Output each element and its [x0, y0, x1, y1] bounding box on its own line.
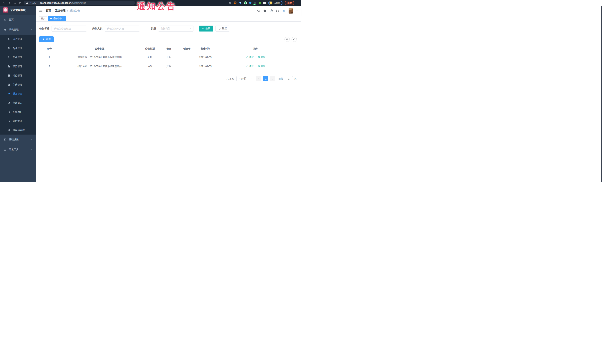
table-toolbar: 新增 — [39, 36, 297, 42]
tag-home[interactable]: 首页 — [39, 16, 47, 21]
page-unit-label: 页 — [294, 77, 297, 80]
bookmark-star-icon[interactable] — [228, 1, 231, 4]
sidebar-item-menu-mgmt[interactable]: 菜单管理 — [0, 53, 36, 62]
trash-icon — [258, 65, 260, 67]
code-icon — [7, 129, 10, 131]
font-size-icon[interactable]: tT — [282, 9, 285, 12]
edit-link[interactable]: 修改 — [246, 56, 254, 59]
id-badge-icon — [7, 74, 10, 77]
fullscreen-icon[interactable] — [276, 9, 279, 12]
next-page-button[interactable] — [270, 76, 275, 81]
goto-page-input[interactable] — [285, 76, 293, 81]
page-content: 公告标题 操作人员 类型 公告类型 搜索 重 — [36, 21, 301, 182]
operator-input[interactable] — [105, 26, 140, 31]
active-tag-dot — [50, 18, 52, 19]
pagination-total: 共 2 条 — [226, 77, 234, 80]
not-secure-warning-icon — [26, 2, 28, 4]
refresh-table-button[interactable] — [291, 37, 297, 42]
cell-creator — [178, 53, 196, 62]
sidebar-item-infrastructure[interactable]: 基础设施 — [0, 135, 36, 145]
svg-text:?: ? — [271, 10, 272, 12]
extension-icon-orange[interactable] — [234, 1, 236, 4]
page-size-select[interactable]: 10条/页 — [236, 76, 254, 81]
sidebar-item-online-users[interactable]: 在线用户 — [0, 107, 36, 116]
refresh-icon — [218, 27, 221, 30]
sidebar-item-post-mgmt[interactable]: 岗位管理 — [0, 71, 36, 80]
reset-button[interactable]: 重置 — [215, 26, 230, 31]
cell-creator — [178, 62, 196, 71]
cell-status: 开启 — [160, 62, 178, 71]
chevron-right-icon — [272, 78, 274, 80]
col-header-created: 创建时间 — [196, 45, 215, 53]
sidebar-item-audit-log[interactable]: 审计日志 — [0, 98, 36, 107]
org-chart-icon — [7, 65, 10, 68]
browser-reload-icon[interactable] — [13, 1, 16, 4]
breadcrumb-system[interactable]: 系统管理 — [55, 9, 65, 12]
gear-icon — [3, 28, 6, 31]
browser-menu-icon[interactable]: ⋮ — [297, 1, 299, 4]
extension-on-badge: on — [253, 4, 256, 5]
sidebar-item-sms-mgmt[interactable]: 短信管理 — [0, 116, 36, 125]
sidebar-item-user-mgmt[interactable]: 用户管理 — [0, 35, 36, 44]
gauge-icon — [3, 18, 6, 21]
profile-emoji-avatar — [269, 1, 272, 4]
user-avatar[interactable] — [289, 8, 293, 13]
search-button[interactable]: 搜索 — [199, 26, 213, 31]
header-search-icon[interactable] — [257, 9, 260, 12]
sidebar-item-notice[interactable]: 通知公告 — [0, 89, 36, 98]
avatar-caret-down-icon[interactable] — [296, 10, 298, 12]
sidebar-item-dev-tools[interactable]: 研发工具 — [0, 145, 36, 155]
sidebar-item-dict-mgmt[interactable]: 字典管理 — [0, 80, 36, 89]
browser-forward-icon[interactable] — [8, 1, 11, 4]
address-bar[interactable]: 不安全 dashboard.yudao.iocoder.cn/system/no… — [24, 1, 135, 5]
extension-icon-leaf[interactable] — [259, 2, 261, 4]
chevron-left-icon — [258, 78, 260, 80]
app-title: 芋道管理系统 — [10, 9, 26, 12]
cell-actions: 修改 删除 — [215, 53, 297, 62]
browser-toolbar: 不安全 dashboard.yudao.iocoder.cn/system/no… — [0, 0, 301, 6]
github-icon[interactable] — [263, 9, 267, 12]
sidebar-toggle-icon[interactable] — [39, 9, 43, 12]
extension-icon-green[interactable] — [244, 1, 247, 4]
pagination: 共 2 条 10条/页 1 前往 页 — [39, 76, 297, 81]
sidebar-item-home[interactable]: 首页 — [0, 15, 36, 25]
select-chevron-down-icon — [251, 78, 253, 80]
col-header-status: 状态 — [160, 45, 178, 53]
help-icon[interactable]: ? — [270, 9, 273, 12]
sidebar-item-role-mgmt[interactable]: 角色管理 — [0, 44, 36, 53]
chevron-down-icon — [31, 148, 33, 151]
extensions-puzzle-icon[interactable] — [263, 2, 266, 4]
app-logo-image — [3, 7, 8, 13]
current-page-button[interactable]: 1 — [263, 76, 268, 81]
notice-title-input[interactable] — [52, 26, 87, 31]
pencil-icon — [246, 65, 248, 67]
tag-close-icon[interactable]: × — [63, 17, 64, 20]
notice-type-select[interactable]: 公告类型 — [158, 26, 194, 31]
breadcrumb-home[interactable]: 首页 — [46, 9, 51, 12]
add-button[interactable]: 新增 — [39, 36, 54, 42]
extension-icon-diamond[interactable] — [249, 1, 252, 4]
prev-page-button[interactable] — [256, 76, 261, 81]
extension-icon-pin[interactable] — [239, 1, 242, 4]
top-navbar: 首页 / 系统管理 / 通知公告 ? tT — [36, 6, 301, 16]
delete-link[interactable]: 删除 — [258, 56, 265, 59]
app-logo-row[interactable]: 芋道管理系统 — [0, 6, 36, 15]
cell-type: 通知 — [140, 62, 160, 71]
cell-title: 维护通知：2018-07-01 若依系统凌晨维护 — [59, 62, 140, 71]
edit-link[interactable]: 修改 — [246, 65, 254, 68]
tag-notice[interactable]: 通知公告 × — [48, 16, 66, 21]
notice-table: 序号 公告标题 公告类型 状态 创建者 创建时间 操作 1 温馨提醒：2018-… — [39, 45, 297, 71]
sidebar-item-dept-mgmt[interactable]: 部门管理 — [0, 62, 36, 71]
not-secure-label: 不安全 — [30, 1, 37, 4]
cell-title: 温馨提醒：2018-07-01 若依新版本发布啦 — [59, 53, 140, 62]
browser-update-button[interactable]: 更新 — [285, 1, 294, 5]
sidebar-item-errorcode-mgmt[interactable]: 错误码管理 — [0, 125, 36, 135]
sidebar-item-system-mgmt[interactable]: 系统管理 — [0, 25, 36, 35]
table-row: 1 温馨提醒：2018-07-01 若依新版本发布啦 公告 开启 2021-01… — [39, 53, 297, 62]
browser-home-icon[interactable] — [19, 1, 22, 4]
delete-link[interactable]: 删除 — [258, 65, 265, 68]
toggle-search-button[interactable] — [284, 37, 290, 42]
extension-icon-stack[interactable]: on — [254, 2, 256, 4]
browser-back-icon[interactable] — [3, 1, 5, 4]
profile-paused-pill[interactable]: 已暂停 — [268, 1, 282, 5]
